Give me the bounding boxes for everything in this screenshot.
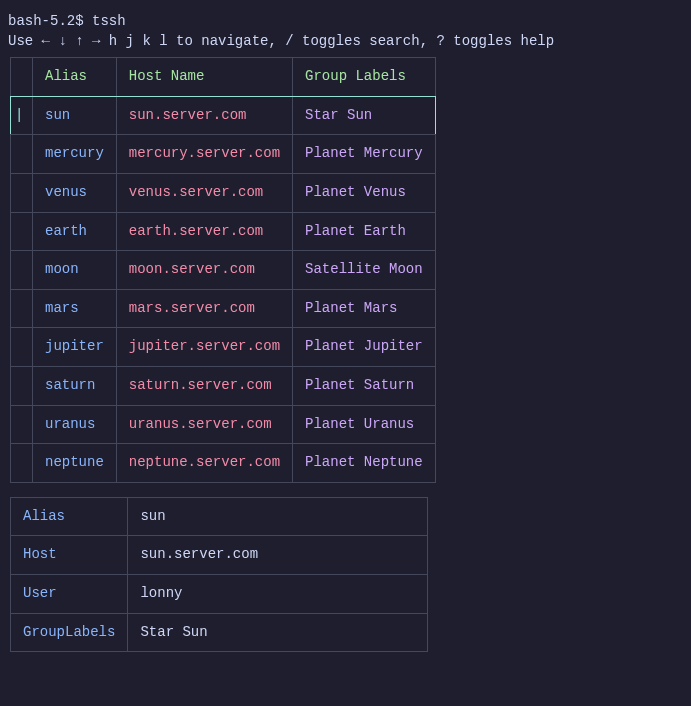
row-selector[interactable] [11,251,33,290]
table-row[interactable]: marsmars.server.comPlanet Mars [11,289,436,328]
table-row[interactable]: moonmoon.server.comSatellite Moon [11,251,436,290]
row-alias: saturn [33,366,117,405]
table-row[interactable]: jupiterjupiter.server.comPlanet Jupiter [11,328,436,367]
row-hostname: venus.server.com [116,173,292,212]
row-selector[interactable]: | [11,96,33,135]
detail-key: Host [11,536,128,575]
row-labels: Planet Mars [293,289,436,328]
row-selector[interactable] [11,289,33,328]
shell-prompt: bash-5.2$ [8,13,92,29]
command: tssh [92,13,126,29]
row-hostname: jupiter.server.com [116,328,292,367]
row-labels: Planet Saturn [293,366,436,405]
row-hostname: sun.server.com [116,96,292,135]
detail-key: User [11,574,128,613]
detail-value: lonny [128,574,428,613]
row-alias: moon [33,251,117,290]
row-alias: earth [33,212,117,251]
detail-row: Userlonny [11,574,428,613]
row-labels: Star Sun [293,96,436,135]
table-row[interactable]: mercurymercury.server.comPlanet Mercury [11,135,436,174]
row-hostname: saturn.server.com [116,366,292,405]
row-labels: Planet Earth [293,212,436,251]
row-labels: Satellite Moon [293,251,436,290]
row-labels: Planet Mercury [293,135,436,174]
row-labels: Planet Uranus [293,405,436,444]
row-alias: neptune [33,444,117,483]
row-labels: Planet Venus [293,173,436,212]
table-row[interactable]: uranusuranus.server.comPlanet Uranus [11,405,436,444]
row-selector[interactable] [11,212,33,251]
row-alias: jupiter [33,328,117,367]
detail-key: Alias [11,497,128,536]
table-row[interactable]: neptuneneptune.server.comPlanet Neptune [11,444,436,483]
row-selector[interactable] [11,405,33,444]
table-row[interactable]: saturnsaturn.server.comPlanet Saturn [11,366,436,405]
detail-value: Star Sun [128,613,428,652]
detail-row: GroupLabelsStar Sun [11,613,428,652]
row-hostname: neptune.server.com [116,444,292,483]
row-selector[interactable] [11,444,33,483]
row-hostname: moon.server.com [116,251,292,290]
row-alias: venus [33,173,117,212]
row-selector[interactable] [11,328,33,367]
row-hostname: mars.server.com [116,289,292,328]
hosts-table[interactable]: Alias Host Name Group Labels |sunsun.ser… [10,57,436,483]
row-selector[interactable] [11,173,33,212]
header-select [11,58,33,97]
detail-table: AliassunHostsun.server.comUserlonnyGroup… [10,497,428,652]
table-row[interactable]: |sunsun.server.comStar Sun [11,96,436,135]
row-hostname: uranus.server.com [116,405,292,444]
row-hostname: mercury.server.com [116,135,292,174]
prompt-line: bash-5.2$ tssh [8,12,683,32]
row-alias: mars [33,289,117,328]
table-row[interactable]: earthearth.server.comPlanet Earth [11,212,436,251]
row-selector[interactable] [11,366,33,405]
detail-value: sun.server.com [128,536,428,575]
row-labels: Planet Jupiter [293,328,436,367]
header-alias: Alias [33,58,117,97]
row-alias: mercury [33,135,117,174]
hosts-header-row: Alias Host Name Group Labels [11,58,436,97]
detail-key: GroupLabels [11,613,128,652]
header-labels: Group Labels [293,58,436,97]
detail-value: sun [128,497,428,536]
help-line: Use ← ↓ ↑ → h j k l to navigate, / toggl… [8,32,683,52]
header-host: Host Name [116,58,292,97]
row-selector[interactable] [11,135,33,174]
detail-row: Aliassun [11,497,428,536]
row-alias: uranus [33,405,117,444]
detail-row: Hostsun.server.com [11,536,428,575]
table-row[interactable]: venusvenus.server.comPlanet Venus [11,173,436,212]
row-alias: sun [33,96,117,135]
row-labels: Planet Neptune [293,444,436,483]
row-hostname: earth.server.com [116,212,292,251]
